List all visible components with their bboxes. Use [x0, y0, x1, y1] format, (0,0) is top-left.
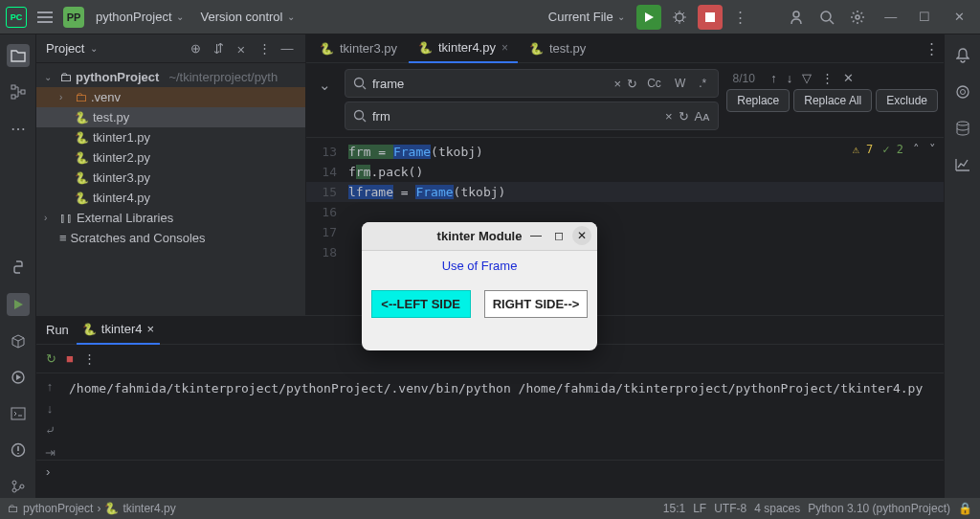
vcs-menu[interactable]: Version control ⌄ — [195, 10, 301, 24]
hamburger-menu-icon[interactable] — [33, 5, 57, 30]
tree-item-file[interactable]: 🐍 tkinter2.py — [36, 147, 305, 168]
code-line[interactable]: 13 frm = Frame(tkobj) — [306, 142, 944, 162]
window-maximize-button[interactable]: ◻ — [549, 226, 568, 245]
replace-button[interactable]: Replace — [726, 89, 790, 112]
rerun-icon[interactable]: ↻ — [46, 351, 56, 366]
run-output[interactable]: /home/fahmida/tkinterproject/pythonProje… — [63, 373, 944, 460]
code-line[interactable]: 15 lframe = Frame(tkobj) — [306, 182, 944, 202]
expand-all-icon[interactable]: ⇵ — [210, 41, 227, 56]
exclude-button[interactable]: Exclude — [876, 89, 938, 112]
caret-position[interactable]: 15:1 — [663, 502, 685, 515]
problems-tool-icon[interactable] — [7, 439, 30, 462]
close-tab-icon[interactable]: × — [501, 41, 508, 55]
tk-left-button[interactable]: <--LEFT SIDE — [371, 290, 471, 318]
replace-all-button[interactable]: Replace All — [793, 89, 872, 112]
more-tools-icon[interactable]: ⋯ — [7, 117, 30, 140]
scroll-down-icon[interactable]: ↓ — [47, 401, 54, 416]
scroll-to-end-icon[interactable]: ⇥ — [45, 445, 56, 460]
notifications-tool-icon[interactable] — [951, 44, 974, 67]
run-tool-icon[interactable] — [7, 293, 30, 316]
editor-tab[interactable]: 🐍 test.py — [520, 34, 595, 63]
replace-input[interactable] — [372, 109, 659, 124]
more-search-options-icon[interactable]: ⋮ — [821, 71, 834, 85]
python-console-tool-icon[interactable] — [7, 257, 30, 280]
tree-item-file[interactable]: 🐍 tkinter1.py — [36, 127, 305, 147]
close-tab-icon[interactable]: × — [147, 322, 155, 336]
python-packages-tool-icon[interactable] — [7, 329, 30, 352]
tk-right-button[interactable]: RIGHT SIDE--> — [484, 290, 589, 318]
collapse-search-icon[interactable]: ⌄ — [312, 73, 337, 98]
clear-replace-icon[interactable]: × — [665, 109, 673, 124]
ai-assistant-tool-icon[interactable] — [951, 80, 974, 103]
readonly-lock-icon[interactable]: 🔒 — [958, 502, 972, 515]
hide-icon[interactable]: — — [278, 41, 296, 56]
regex-toggle[interactable]: .* — [695, 75, 710, 92]
file-encoding[interactable]: UTF-8 — [714, 502, 746, 515]
project-tool-icon[interactable] — [7, 44, 30, 67]
search-everywhere-icon[interactable] — [814, 5, 839, 30]
editor-tab[interactable]: 🐍 tkinter4.py × — [409, 34, 518, 63]
breadcrumb[interactable]: 🗀 pythonProject › 🐍 tkinter4.py — [8, 502, 176, 515]
vcs-tool-icon[interactable] — [7, 475, 30, 498]
tree-item-file[interactable]: 🐍 tkinter3.py — [36, 168, 305, 188]
next-highlight-icon[interactable]: ˅ — [929, 142, 936, 156]
chevron-down-icon[interactable]: ⌄ — [90, 43, 98, 54]
select-opened-file-icon[interactable]: ⊕ — [187, 41, 204, 56]
tab-actions-icon[interactable]: ⋮ — [919, 36, 944, 61]
tree-item-file[interactable]: 🐍 tkinter4.py — [36, 188, 305, 208]
interpreter-selector[interactable]: Python 3.10 (pythonProject) — [808, 502, 950, 515]
stop-icon[interactable]: ■ — [66, 351, 74, 366]
history-icon[interactable]: ↻ — [679, 109, 689, 124]
debug-button[interactable] — [667, 5, 692, 30]
tkinter-titlebar[interactable]: tkinter Module — ◻ ✕ — [362, 222, 597, 251]
clear-find-icon[interactable]: × — [614, 77, 622, 91]
structure-tool-icon[interactable] — [7, 80, 30, 103]
editor-tab[interactable]: 🐍 tkinter3.py — [310, 34, 407, 63]
line-separator[interactable]: LF — [693, 502, 706, 515]
sciview-tool-icon[interactable] — [951, 153, 974, 176]
tree-item-file[interactable]: 🐍 test.py — [36, 107, 305, 127]
project-tree[interactable]: ⌄ 🗀 pythonProject ~/tkinterproject/pyth … — [36, 63, 305, 252]
indent-setting[interactable]: 4 spaces — [754, 502, 800, 515]
run-config-selector[interactable]: Current File ⌄ — [543, 10, 631, 24]
window-minimize-button[interactable]: — — [876, 10, 906, 24]
run-bottom-bar[interactable]: › — [36, 460, 944, 483]
run-tab[interactable]: 🐍 tkinter4 × — [77, 316, 160, 345]
inspection-widget[interactable]: ⚠ 7 ✓ 2 ˄ ˅ — [853, 142, 936, 156]
tree-scratches[interactable]: ≡ Scratches and Consoles — [36, 228, 305, 248]
prev-match-icon[interactable]: ↑ — [770, 71, 777, 85]
scroll-up-icon[interactable]: ↑ — [47, 379, 54, 394]
more-run-actions-icon[interactable]: ⋮ — [83, 351, 96, 366]
database-tool-icon[interactable] — [951, 117, 974, 140]
collapse-all-icon[interactable]: ⨉ — [233, 41, 250, 56]
window-maximize-button[interactable]: ☐ — [909, 10, 940, 24]
close-search-icon[interactable]: ✕ — [843, 71, 854, 85]
run-button[interactable] — [636, 5, 661, 30]
more-actions-icon[interactable]: ⋮ — [728, 5, 753, 30]
find-input[interactable] — [372, 77, 609, 91]
project-selector[interactable]: pythonProject ⌄ — [90, 10, 189, 24]
code-line[interactable]: 16 — [306, 202, 944, 222]
preserve-case-icon[interactable]: Aᴀ — [695, 109, 711, 124]
code-with-me-icon[interactable] — [784, 5, 809, 30]
tree-root[interactable]: ⌄ 🗀 pythonProject ~/tkinterproject/pyth — [36, 67, 305, 87]
tree-item-venv[interactable]: › 🗀 .venv — [36, 87, 305, 107]
terminal-tool-icon[interactable] — [7, 402, 30, 425]
tkinter-app-window[interactable]: tkinter Module — ◻ ✕ Use of Frame <--LEF… — [362, 222, 597, 350]
soft-wrap-icon[interactable]: ⤶ — [45, 423, 56, 438]
tree-external-libs[interactable]: › ⫿⫿ External Libraries — [36, 208, 305, 228]
settings-icon[interactable] — [845, 5, 870, 30]
hide-panel-icon[interactable]: ⋮ — [256, 41, 273, 56]
whole-word-toggle[interactable]: W — [671, 75, 689, 92]
code-line[interactable]: 14 frm.pack() — [306, 162, 944, 182]
window-close-button[interactable]: ✕ — [944, 10, 974, 24]
filter-icon[interactable]: ▽ — [802, 71, 812, 85]
history-icon[interactable]: ↻ — [627, 77, 637, 91]
window-close-button[interactable]: ✕ — [572, 226, 591, 245]
next-match-icon[interactable]: ↓ — [787, 71, 793, 85]
window-minimize-button[interactable]: — — [526, 226, 546, 245]
stop-button[interactable] — [698, 5, 723, 30]
prev-highlight-icon[interactable]: ˄ — [913, 142, 920, 156]
services-tool-icon[interactable] — [7, 366, 30, 389]
match-case-toggle[interactable]: Cc — [643, 75, 665, 92]
